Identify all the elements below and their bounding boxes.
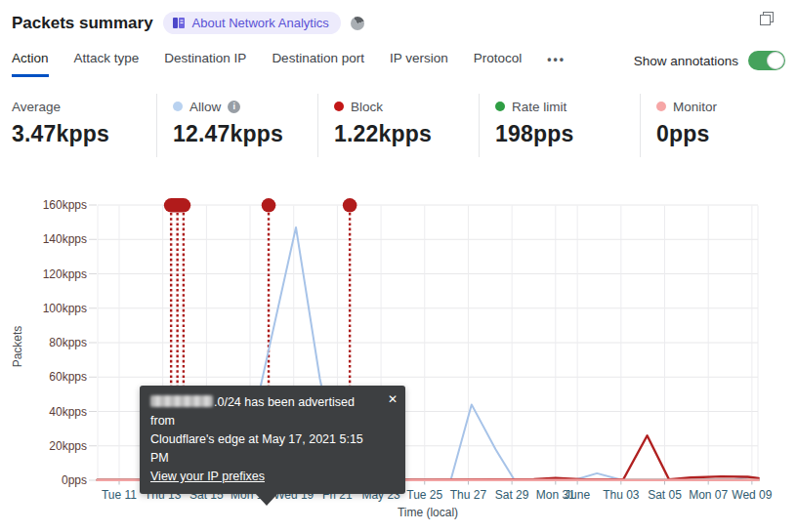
tabs: ActionAttack typeDestination IPDestinati… bbox=[12, 51, 566, 78]
tooltip-caret bbox=[255, 493, 278, 506]
stat-value: 12.47kpps bbox=[173, 121, 308, 147]
stats-row: Average3.47kppsAllowi12.47kppsBlock1.22k… bbox=[0, 94, 797, 157]
stat-header: Block bbox=[334, 98, 469, 115]
x-tick-label: Thu 27 bbox=[450, 488, 487, 502]
x-tick-label: Thu 03 bbox=[603, 488, 640, 502]
header: Packets summary About Network Analytics bbox=[12, 12, 364, 34]
info-icon[interactable]: i bbox=[228, 101, 240, 113]
x-tick-label: June bbox=[565, 488, 590, 502]
stat-block: Block1.22kpps bbox=[317, 94, 479, 157]
annotation-marker[interactable] bbox=[343, 198, 357, 213]
tab-bar: ActionAttack typeDestination IPDestinati… bbox=[12, 51, 785, 78]
annotation-tooltip: ✕ .0/24 has been advertised from Cloudfl… bbox=[140, 386, 405, 494]
stat-label: Monitor bbox=[673, 100, 717, 114]
close-icon[interactable]: ✕ bbox=[388, 390, 398, 409]
x-tick-label: Mon 07 bbox=[689, 488, 728, 502]
annotation-marker[interactable] bbox=[262, 198, 276, 213]
stat-label: Allow bbox=[189, 100, 221, 114]
stat-header: Average bbox=[12, 98, 147, 115]
y-tick-label: 20kpps bbox=[49, 439, 87, 453]
stat-header: Rate limit bbox=[495, 98, 630, 115]
legend-dot bbox=[656, 102, 666, 111]
tooltip-line2: Cloudflare's edge at May 17, 2021 5:15 P… bbox=[150, 430, 380, 468]
y-tick-label: 80kpps bbox=[49, 336, 87, 349]
tab-more-button[interactable]: ••• bbox=[547, 51, 566, 78]
book-icon bbox=[172, 17, 187, 29]
stat-value: 3.47kpps bbox=[12, 121, 147, 147]
badge-label: About Network Analytics bbox=[192, 16, 329, 30]
x-axis-title: Time (local) bbox=[398, 506, 458, 519]
packets-summary-panel: Packets summary About Network Analytics … bbox=[0, 0, 797, 532]
show-annotations-control: Show annotations bbox=[634, 51, 785, 78]
tab-attack-type[interactable]: Attack type bbox=[74, 51, 140, 77]
show-annotations-toggle[interactable] bbox=[748, 51, 785, 70]
y-tick-label: 0pps bbox=[62, 473, 87, 487]
stat-label: Average bbox=[12, 100, 61, 114]
show-annotations-label: Show annotations bbox=[634, 54, 738, 68]
stat-value: 0pps bbox=[656, 121, 717, 147]
tab-protocol[interactable]: Protocol bbox=[474, 51, 523, 77]
stat-allow: Allowi12.47kpps bbox=[156, 94, 317, 157]
tooltip-line1: .0/24 has been advertised from bbox=[150, 393, 380, 430]
legend-dot bbox=[334, 102, 344, 111]
y-axis-title: Packets bbox=[11, 326, 24, 368]
stat-header: Allowi bbox=[173, 98, 308, 115]
view-ip-prefixes-link[interactable]: View your IP prefixes bbox=[150, 470, 265, 483]
legend-dot bbox=[495, 102, 505, 111]
tab-action[interactable]: Action bbox=[12, 51, 49, 77]
stat-average: Average3.47kpps bbox=[0, 94, 156, 157]
y-tick-label: 60kpps bbox=[49, 370, 87, 384]
toggle-knob bbox=[767, 52, 784, 69]
x-tick-label: Sat 29 bbox=[495, 488, 529, 502]
x-tick-label: Tue 11 bbox=[102, 488, 137, 502]
x-tick-label: Wed 09 bbox=[732, 488, 772, 502]
annotation-marker[interactable] bbox=[164, 198, 190, 213]
stat-value: 1.22kpps bbox=[334, 121, 469, 147]
tab-ip-version[interactable]: IP version bbox=[390, 51, 448, 77]
y-tick-label: 120kpps bbox=[43, 267, 87, 281]
redacted-ip-prefix bbox=[150, 395, 213, 407]
x-tick-label: Sat 05 bbox=[648, 488, 682, 502]
y-tick-label: 140kpps bbox=[43, 232, 87, 246]
tooltip-link-row: View your IP prefixes bbox=[150, 468, 380, 486]
stat-value: 198pps bbox=[495, 121, 630, 147]
stat-label: Block bbox=[351, 100, 383, 114]
y-tick-label: 40kpps bbox=[49, 405, 87, 419]
y-tick-label: 160kpps bbox=[43, 198, 87, 212]
stat-monitor: Monitor0pps bbox=[640, 94, 727, 157]
tab-destination-port[interactable]: Destination port bbox=[272, 51, 364, 77]
stat-rate-limit: Rate limit198pps bbox=[479, 94, 640, 157]
tab-destination-ip[interactable]: Destination IP bbox=[164, 51, 246, 77]
y-tick-label: 100kpps bbox=[43, 302, 87, 315]
legend-dot bbox=[173, 102, 183, 111]
about-network-analytics-badge[interactable]: About Network Analytics bbox=[163, 12, 341, 34]
data-freshness-icon bbox=[351, 17, 364, 30]
expand-window-icon[interactable] bbox=[760, 12, 774, 25]
page-title: Packets summary bbox=[12, 14, 153, 33]
x-tick-label: Tue 25 bbox=[406, 488, 442, 502]
stat-label: Rate limit bbox=[512, 100, 566, 114]
stat-header: Monitor bbox=[656, 98, 717, 115]
